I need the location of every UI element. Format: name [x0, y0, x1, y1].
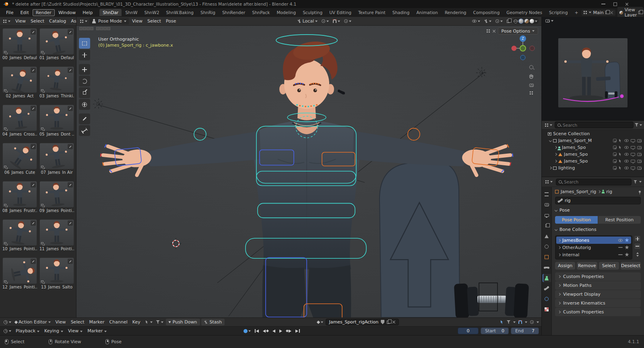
timeline-menu[interactable]: View	[66, 327, 85, 334]
visibility-eye-icon[interactable]	[618, 239, 623, 242]
hide-viewport-icon[interactable]	[624, 153, 629, 156]
pose-asset-thumbnail[interactable]	[2, 28, 37, 55]
expand-icon[interactable]	[558, 239, 561, 241]
fake-user-shield-icon[interactable]	[381, 320, 384, 324]
minimize-button[interactable]	[601, 4, 605, 4]
pose-asset-thumbnail[interactable]	[2, 257, 37, 284]
visibility-options[interactable]	[471, 20, 482, 23]
disable-render-icon[interactable]	[637, 146, 642, 149]
expand-icon[interactable]	[554, 153, 557, 156]
filter-icon[interactable]	[634, 180, 637, 184]
measure-tool[interactable]	[79, 125, 90, 136]
pose-asset-item[interactable]: 03_James_Thinki...	[39, 66, 74, 98]
pivot-point[interactable]	[320, 19, 330, 23]
workspace-tab[interactable]: ShnRender	[219, 9, 248, 16]
only-selected-icon[interactable]	[501, 320, 504, 324]
push-down-button[interactable]: Push Down	[166, 319, 200, 325]
dopesheet-menu[interactable]: Select	[68, 319, 87, 325]
pose-asset-item[interactable]: 05_James_Dont ...	[39, 105, 74, 136]
edit-asset-icon[interactable]	[31, 106, 36, 111]
transform-orientation[interactable]: Local	[296, 19, 319, 24]
collapsed-panel[interactable]: Motion Paths	[555, 281, 641, 290]
edit-asset-icon[interactable]	[31, 29, 36, 35]
collection-action-button[interactable]: Deselect	[621, 262, 641, 270]
material-shading-icon[interactable]	[524, 19, 529, 23]
tab-object[interactable]	[543, 253, 551, 261]
workspace-tab[interactable]: ShnW2	[141, 9, 163, 16]
selectable-icon[interactable]	[619, 139, 622, 142]
menubar-menu[interactable]: Window	[55, 9, 79, 16]
end-frame-field[interactable]: End7	[511, 327, 539, 334]
wireframe-shading-icon[interactable]	[514, 19, 518, 23]
pose-asset-thumbnail[interactable]	[2, 181, 37, 208]
hide-viewport-icon[interactable]	[624, 146, 629, 149]
left-hand[interactable]	[101, 144, 152, 175]
unlink-scene-icon[interactable]	[610, 11, 613, 14]
dopesheet-menu[interactable]: Marker	[87, 319, 107, 325]
workspace-tab[interactable]: ShnW	[122, 9, 140, 16]
tab-output[interactable]	[543, 211, 551, 219]
edit-asset-icon[interactable]	[68, 182, 73, 187]
editor-type-button[interactable]	[79, 19, 89, 24]
properties-search-input[interactable]	[564, 179, 629, 184]
workspace-tab[interactable]: Compositing	[470, 9, 503, 16]
solo-star-icon[interactable]	[625, 253, 629, 257]
proportional-icon[interactable]	[530, 320, 534, 324]
collection-square[interactable]	[103, 27, 107, 30]
edit-asset-icon[interactable]	[31, 182, 36, 187]
select-box-tool[interactable]	[79, 38, 90, 49]
exclude-checkbox-icon[interactable]	[613, 146, 617, 149]
outliner-search-input[interactable]	[563, 123, 631, 128]
scene-3d[interactable]	[76, 26, 541, 317]
pose-asset-item[interactable]: 10_James_Pointi...	[2, 219, 37, 251]
pose-asset-item[interactable]: 11_James_Pointi...	[39, 219, 74, 251]
pose-asset-item[interactable]: 07_James_In Air	[39, 143, 74, 175]
disable-viewport-icon[interactable]	[631, 146, 635, 149]
pose-panel-header[interactable]: Pose	[555, 207, 641, 214]
current-frame-field[interactable]: 0	[458, 327, 479, 334]
zoom-icon[interactable]	[529, 65, 533, 69]
collapsed-panel[interactable]: Custom Properties	[555, 272, 641, 281]
asset-menu[interactable]: View	[13, 18, 28, 25]
scene-selector[interactable]: Main	[582, 10, 615, 16]
pose-asset-item[interactable]: 01_James_Default	[39, 28, 74, 60]
play-button[interactable]	[279, 329, 283, 333]
menubar-menu[interactable]: Edit	[17, 9, 32, 16]
tab-texture[interactable]	[543, 305, 551, 313]
snapping[interactable]	[331, 19, 342, 23]
edit-asset-icon[interactable]	[68, 259, 73, 264]
expand-icon[interactable]	[554, 160, 557, 163]
keymap-icon[interactable]	[487, 29, 488, 31]
breadcrumb-object[interactable]: James_Sport_rig	[561, 189, 596, 194]
pose-options-button[interactable]: Pose Options	[498, 27, 538, 35]
collection-action-button[interactable]: Remove	[577, 262, 597, 270]
dopesheet-menu[interactable]: Channel	[107, 319, 130, 325]
exclude-checkbox-icon[interactable]	[613, 152, 617, 156]
properties-search[interactable]	[556, 179, 632, 185]
tab-armature-data[interactable]	[543, 274, 551, 282]
previous-keyframe-button[interactable]	[262, 329, 269, 333]
outliner-row[interactable]: James_Sport_M	[543, 137, 643, 144]
start-frame-field[interactable]: Start0	[481, 327, 509, 334]
pose-asset-thumbnail[interactable]	[2, 105, 37, 131]
pose-asset-item[interactable]: 06_James_Cute	[2, 143, 37, 175]
expand-icon[interactable]	[549, 139, 552, 142]
gym-bench[interactable]	[380, 161, 460, 317]
bone-collections-header[interactable]: Bone Collections	[555, 226, 641, 233]
workspace-tab[interactable]: ShnDar	[99, 9, 122, 16]
new-view-layer-icon[interactable]	[638, 11, 641, 14]
jump-to-end-button[interactable]	[295, 329, 301, 333]
editor-type-button[interactable]	[544, 19, 555, 23]
filter-icon[interactable]	[635, 123, 638, 127]
pose-asset-item[interactable]: 08_James_Frustr...	[2, 181, 37, 213]
collapsed-panel[interactable]: Inverse Kinematics	[555, 299, 641, 307]
solo-star-icon[interactable]	[625, 238, 629, 243]
visibility-closed-icon[interactable]	[618, 247, 623, 248]
bone-collection-row[interactable]: JamesBones	[556, 237, 631, 244]
right-hand[interactable]	[462, 144, 513, 175]
duplicate-action-icon[interactable]	[387, 321, 390, 324]
disable-render-icon[interactable]	[637, 139, 642, 142]
pose-asset-thumbnail[interactable]	[2, 143, 37, 169]
menubar-menu[interactable]: Help	[79, 9, 96, 16]
editor-type-button[interactable]	[544, 123, 553, 128]
